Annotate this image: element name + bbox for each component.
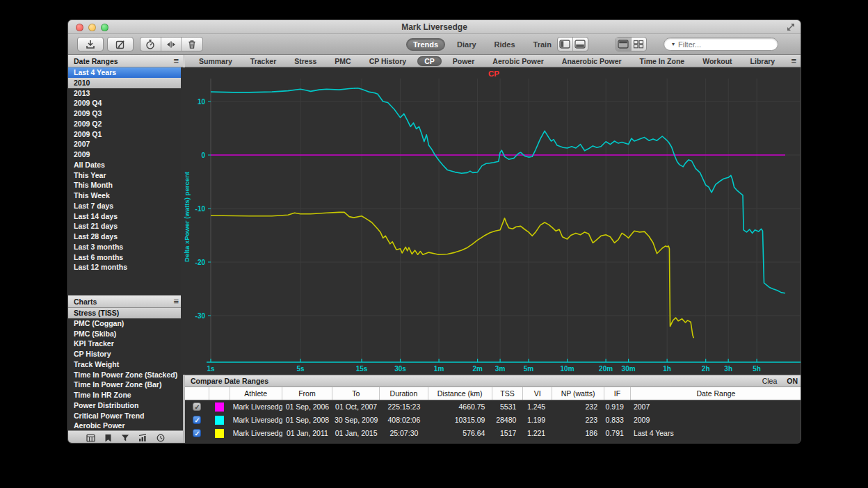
chart-item-time-in-power-zone-bar[interactable]: Time In Power Zone (Bar) bbox=[68, 380, 183, 390]
chart-item-pmc-skiba[interactable]: PMC (Skiba) bbox=[68, 329, 183, 339]
chart-tab-pmc[interactable]: PMC bbox=[328, 56, 357, 66]
layout-tiled-button[interactable] bbox=[632, 38, 646, 51]
y-tick-label: -20 bbox=[195, 259, 206, 266]
date-range-last-28-days[interactable]: Last 28 days bbox=[68, 231, 183, 242]
date-range-2009-q4[interactable]: 2009 Q4 bbox=[68, 98, 183, 108]
charts-header: Charts ≡ bbox=[68, 295, 183, 308]
chart-tab-menu-icon[interactable]: ≡ bbox=[791, 56, 796, 66]
chart-item-critical-power-trend[interactable]: Critical Power Trend bbox=[68, 411, 183, 421]
clock-icon[interactable] bbox=[156, 434, 165, 442]
series-color-swatch bbox=[215, 402, 224, 412]
column-header-from[interactable]: From bbox=[282, 387, 333, 400]
column-header-distance-km[interactable]: Distance (km) bbox=[428, 387, 492, 400]
row-checkbox[interactable]: ✓ bbox=[193, 402, 201, 411]
chart-bars-icon[interactable] bbox=[138, 434, 147, 442]
bookmark-icon[interactable] bbox=[104, 434, 112, 442]
chart-tab-time-in-zone[interactable]: Time In Zone bbox=[633, 56, 692, 66]
date-range-2009[interactable]: 2009 bbox=[68, 149, 183, 160]
column-header-duration[interactable]: Duration bbox=[380, 387, 428, 400]
date-range-last-6-months[interactable]: Last 6 months bbox=[68, 252, 183, 263]
chart-tab-summary[interactable]: Summary bbox=[192, 56, 239, 66]
date-range-last-7-days[interactable]: Last 7 days bbox=[68, 201, 183, 211]
chart-tab-cp[interactable]: CP bbox=[417, 56, 442, 66]
row-checkbox[interactable]: ✓ bbox=[193, 416, 201, 424]
chart-item-power-distribution[interactable]: Power Distribution bbox=[68, 400, 183, 411]
column-header-to[interactable]: To bbox=[332, 387, 380, 400]
calendar-icon[interactable] bbox=[86, 434, 95, 442]
layout-tabbed-button[interactable] bbox=[616, 38, 632, 51]
chart-item-time-in-hr-zone[interactable]: Time In HR Zone bbox=[68, 390, 183, 400]
layout-toggle-group bbox=[616, 37, 647, 51]
date-range-last-12-months[interactable]: Last 12 months bbox=[68, 262, 183, 273]
stopwatch-button[interactable] bbox=[140, 38, 161, 51]
download-button[interactable] bbox=[77, 37, 104, 51]
date-range-this-month[interactable]: This Month bbox=[68, 180, 183, 190]
funnel-icon[interactable] bbox=[121, 434, 129, 442]
toggle-bottombar-button[interactable] bbox=[573, 38, 588, 51]
chart-tab-tracker[interactable]: Tracker bbox=[243, 56, 283, 66]
view-tab-train[interactable]: Train bbox=[527, 39, 558, 50]
cp-chart[interactable]: 100-10-20-301s5s15s30s1m2m3m5m10m20m30m1… bbox=[181, 67, 801, 375]
date-range-2009-q1[interactable]: 2009 Q1 bbox=[68, 129, 183, 140]
filter-input[interactable] bbox=[677, 40, 778, 49]
date-range-2010[interactable]: 2010 bbox=[68, 78, 183, 88]
date-range-last-4-years[interactable]: Last 4 Years bbox=[68, 67, 183, 78]
clear-button[interactable]: Clea bbox=[762, 375, 778, 387]
view-tab-rides[interactable]: Rides bbox=[488, 39, 522, 50]
charts-menu-icon[interactable]: ≡ bbox=[173, 295, 179, 308]
table-row-2007: ✓Mark Liversedge01 Sep, 200601 Oct, 2007… bbox=[185, 400, 801, 414]
chart-item-pmc-coggan[interactable]: PMC (Coggan) bbox=[68, 318, 183, 329]
date-range-2009-q3[interactable]: 2009 Q3 bbox=[68, 108, 183, 119]
chart-tab-cp-history[interactable]: CP History bbox=[362, 56, 414, 66]
date-ranges-menu-icon[interactable]: ≡ bbox=[173, 55, 179, 67]
chart-item-stress-tiss[interactable]: Stress (TISS) bbox=[68, 308, 183, 318]
date-range-last-14-days[interactable]: Last 14 days bbox=[68, 211, 183, 222]
date-range-this-year[interactable]: This Year bbox=[68, 170, 183, 181]
chart-tab-workout[interactable]: Workout bbox=[696, 56, 739, 66]
column-header-col0[interactable] bbox=[185, 387, 209, 400]
date-range-2013[interactable]: 2013 bbox=[68, 88, 183, 99]
chart-tab-library[interactable]: Library bbox=[744, 56, 782, 66]
x-tick-label: 20m bbox=[599, 365, 613, 373]
column-header-col1[interactable] bbox=[209, 387, 230, 400]
view-tab-trends[interactable]: Trends bbox=[406, 38, 445, 51]
cell-np-watts: 232 bbox=[552, 400, 604, 414]
column-header-date-range[interactable]: Date Range bbox=[631, 387, 801, 400]
view-tab-diary[interactable]: Diary bbox=[451, 39, 483, 50]
filter-field[interactable]: ▾ bbox=[664, 38, 778, 51]
compare-on-button[interactable]: ON bbox=[787, 375, 798, 387]
chart-tab-aerobic-power[interactable]: Aerobic Power bbox=[485, 56, 551, 66]
edit-button[interactable] bbox=[107, 37, 134, 51]
date-range-2009-q2[interactable]: 2009 Q2 bbox=[68, 119, 183, 129]
cell-from: 01 Sep, 2006 bbox=[282, 400, 333, 414]
chart-item-kpi-tracker[interactable]: KPI Tracker bbox=[68, 339, 183, 349]
date-range-last-3-months[interactable]: Last 3 months bbox=[68, 242, 183, 252]
row-checkbox[interactable]: ✓ bbox=[193, 429, 201, 437]
date-range-all-dates[interactable]: All Dates bbox=[68, 160, 183, 170]
column-header-athlete[interactable]: Athlete bbox=[230, 387, 282, 400]
column-header-vi[interactable]: VI bbox=[523, 387, 552, 400]
column-header-if[interactable]: IF bbox=[604, 387, 631, 400]
column-header-np-watts[interactable]: NP (watts) bbox=[552, 387, 604, 400]
cell-vi: 1.245 bbox=[523, 400, 552, 414]
date-range-last-21-days[interactable]: Last 21 days bbox=[68, 221, 183, 231]
toggle-sidebar-button[interactable] bbox=[558, 38, 573, 51]
chart-item-aerobic-power[interactable]: Aerobic Power bbox=[68, 421, 183, 431]
cell-athlete: Mark Liversedge bbox=[230, 400, 282, 414]
delete-button[interactable] bbox=[182, 38, 202, 51]
content-area: Date Ranges ≡ Last 4 Years201020132009 Q… bbox=[68, 55, 801, 444]
sidebar-footer-toolbar bbox=[68, 430, 183, 444]
chart-tab-power[interactable]: Power bbox=[446, 56, 482, 66]
column-header-tss[interactable]: TSS bbox=[492, 387, 524, 400]
chart-item-time-in-power-zone-stacked[interactable]: Time In Power Zone (Stacked) bbox=[68, 370, 183, 380]
date-range-2007[interactable]: 2007 bbox=[68, 139, 183, 149]
cell-vi: 1.199 bbox=[523, 414, 552, 427]
split-button[interactable] bbox=[161, 38, 182, 51]
chart-tab-anaerobic-power[interactable]: Anaerobic Power bbox=[555, 56, 629, 66]
chart-item-track-weight[interactable]: Track Weight bbox=[68, 359, 183, 370]
tiled-layout-icon bbox=[633, 40, 644, 49]
fullscreen-icon[interactable] bbox=[787, 23, 795, 31]
chart-tab-stress[interactable]: Stress bbox=[287, 56, 323, 66]
date-range-this-week[interactable]: This Week bbox=[68, 190, 183, 201]
chart-item-cp-history[interactable]: CP History bbox=[68, 349, 183, 359]
